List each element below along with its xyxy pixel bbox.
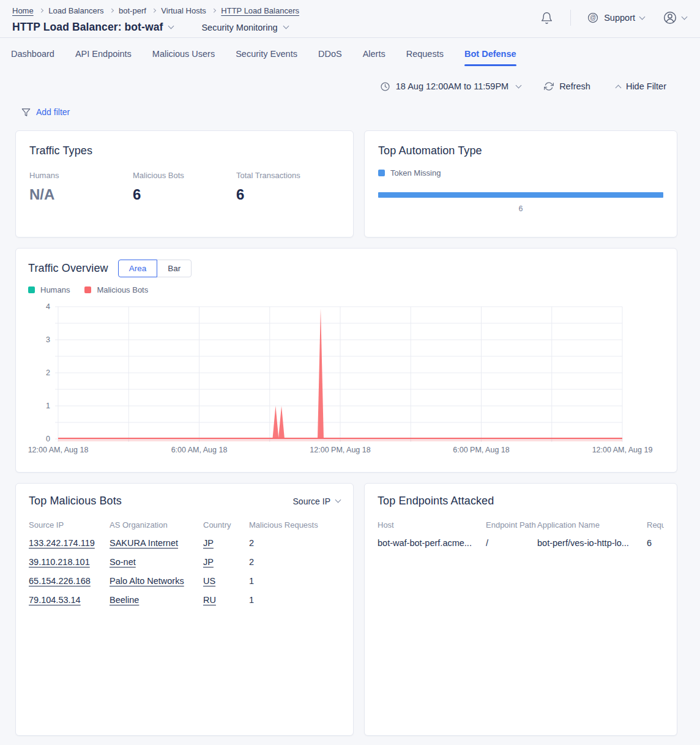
as-org-link[interactable]: Palo Alto Networks (110, 576, 184, 586)
breadcrumb-http-load-balancers[interactable]: HTTP Load Balancers (221, 6, 299, 15)
tab-bot-defense[interactable]: Bot Defense (464, 43, 516, 66)
bell-icon[interactable] (540, 12, 553, 24)
chevron-right-icon (110, 9, 113, 12)
traffic-types-title: Traffic Types (29, 144, 340, 157)
tab-alerts[interactable]: Alerts (363, 43, 385, 66)
as-org-link[interactable]: So-net (110, 557, 136, 567)
table-row: 65.154.226.168 Palo Alto Networks US 1 (29, 571, 340, 590)
source-ip-link[interactable]: 39.110.218.101 (29, 557, 90, 567)
automation-bar[interactable] (378, 192, 663, 198)
tab-security-events[interactable]: Security Events (236, 43, 297, 66)
header-divider (570, 10, 571, 26)
svg-text:2: 2 (46, 369, 50, 377)
country-link[interactable]: RU (203, 595, 216, 605)
top-malicious-bots-head: Top Malicious Bots Source IP (29, 495, 340, 507)
chevron-down-icon (283, 23, 289, 29)
legend-label-humans: Humans (40, 285, 70, 294)
breadcrumb-virtual-hosts[interactable]: Virtual Hosts (161, 6, 206, 15)
col-requests: Requests (647, 520, 664, 533)
svg-text:12:00 AM, Aug 19: 12:00 AM, Aug 19 (592, 446, 653, 454)
metric-total-transactions-label: Total Transactions (236, 171, 340, 180)
svg-text:4: 4 (46, 302, 50, 311)
svg-text:@: @ (590, 14, 596, 21)
refresh-button[interactable]: Refresh (544, 81, 590, 91)
chevron-right-icon (39, 9, 43, 12)
app-header: Home Load Balancers bot-perf Virtual Hos… (0, 0, 700, 38)
metric-humans-label: Humans (29, 171, 133, 180)
tab-ddos[interactable]: DDoS (318, 43, 342, 66)
breadcrumb-home[interactable]: Home (12, 6, 34, 15)
svg-text:6:00 AM, Aug 18: 6:00 AM, Aug 18 (171, 446, 228, 454)
breadcrumb-load-balancers[interactable]: Load Balancers (48, 6, 103, 15)
tab-malicious-users[interactable]: Malicious Users (152, 43, 215, 66)
legend-swatch-token-missing (378, 170, 385, 176)
traffic-overview-chart[interactable]: 0123412:00 AM, Aug 186:00 AM, Aug 1812:0… (28, 302, 666, 457)
endpoints-table: Host Endpoint Path Application Name Requ… (378, 520, 664, 552)
country-link[interactable]: JP (203, 557, 214, 567)
toggle-bar-button[interactable]: Bar (157, 260, 192, 277)
host-value: bot-waf-bot-perf.acme... (378, 538, 472, 548)
tab-requests[interactable]: Requests (406, 43, 444, 66)
metric-humans: Humans N/A (29, 171, 133, 203)
tab-dashboard[interactable]: Dashboard (11, 43, 54, 66)
automation-bar-value: 6 (378, 204, 663, 213)
metric-malicious-bots-label: Malicious Bots (133, 171, 236, 180)
group-by-select[interactable]: Source IP (293, 496, 340, 506)
chevron-up-icon (615, 84, 621, 91)
malicious-requests-value: 2 (249, 538, 254, 548)
as-org-link[interactable]: SAKURA Internet (110, 538, 178, 548)
top-endpoints-head: Top Endpoints Attacked (378, 495, 664, 507)
refresh-icon (544, 81, 554, 91)
metric-malicious-bots-value: 6 (133, 186, 236, 203)
chevron-down-icon (639, 13, 646, 20)
traffic-overview-chart-wrap: 0123412:00 AM, Aug 186:00 AM, Aug 1812:0… (28, 302, 665, 460)
source-ip-link[interactable]: 133.242.174.119 (29, 538, 95, 548)
account-icon (663, 10, 677, 25)
active-tab-underline (464, 64, 516, 66)
chevron-down-icon[interactable] (168, 23, 174, 29)
table-row: 79.104.53.14 Beeline RU 1 (29, 590, 340, 609)
malicious-requests-value: 1 (249, 576, 254, 586)
top-malicious-bots-title: Top Malicious Bots (29, 495, 122, 507)
col-as-organization: AS Organization (110, 520, 203, 533)
toggle-area-button[interactable]: Area (118, 260, 158, 277)
date-range-picker[interactable]: 18 Aug 12:00AM to 11:59PM (380, 81, 521, 92)
traffic-overview-title: Traffic Overview (28, 262, 108, 275)
account-menu[interactable] (663, 10, 687, 25)
legend-item-humans: Humans (28, 285, 70, 294)
hide-filter-toggle[interactable]: Hide Filter (614, 81, 666, 91)
country-link[interactable]: JP (203, 538, 214, 548)
table-row: bot-waf-bot-perf.acme... / bot-perf/ves-… (378, 533, 664, 552)
requests-value: 6 (647, 538, 652, 548)
traffic-overview-head: Traffic Overview Area Bar (28, 260, 665, 277)
support-label: Support (604, 13, 635, 23)
support-menu[interactable]: @ Support (587, 12, 644, 24)
source-ip-link[interactable]: 65.154.226.168 (29, 576, 91, 586)
add-filter-button[interactable]: Add filter (0, 104, 700, 120)
hide-filter-label: Hide Filter (626, 81, 666, 91)
chevron-down-icon (516, 82, 522, 88)
legend-item-malicious-bots: Malicious Bots (84, 285, 148, 294)
traffic-overview-card: Traffic Overview Area Bar Humans Malicio… (15, 248, 677, 473)
table-row: 39.110.218.101 So-net JP 2 (29, 552, 340, 571)
tab-api-endpoints[interactable]: API Endpoints (75, 43, 132, 66)
top-automation-type-card: Top Automation Type Token Missing 6 (364, 130, 677, 238)
group-by-value: Source IP (293, 496, 330, 506)
top-endpoints-attacked-card: Top Endpoints Attacked Host Endpoint Pat… (364, 483, 677, 736)
chevron-down-icon (682, 13, 688, 20)
legend-label-token-missing: Token Missing (390, 168, 441, 178)
date-range-label: 18 Aug 12:00AM to 11:59PM (396, 81, 508, 91)
source-ip-link[interactable]: 79.104.53.14 (29, 595, 81, 605)
as-org-link[interactable]: Beeline (110, 595, 139, 605)
cards-grid: Traffic Types Humans N/A Malicious Bots … (0, 130, 700, 744)
tabbar: Dashboard API Endpoints Malicious Users … (0, 38, 700, 66)
col-endpoint-path: Endpoint Path (486, 520, 537, 533)
breadcrumb-namespace[interactable]: bot-perf (119, 6, 146, 15)
country-link[interactable]: US (203, 576, 215, 586)
metric-humans-value: N/A (29, 186, 133, 203)
monitoring-view-select[interactable]: Security Monitoring (201, 23, 288, 32)
col-country: Country (203, 520, 249, 533)
table-row: 133.242.174.119 SAKURA Internet JP 2 (29, 533, 340, 552)
legend-item-token-missing: Token Missing (378, 168, 441, 178)
traffic-types-metrics: Humans N/A Malicious Bots 6 Total Transa… (29, 171, 340, 203)
